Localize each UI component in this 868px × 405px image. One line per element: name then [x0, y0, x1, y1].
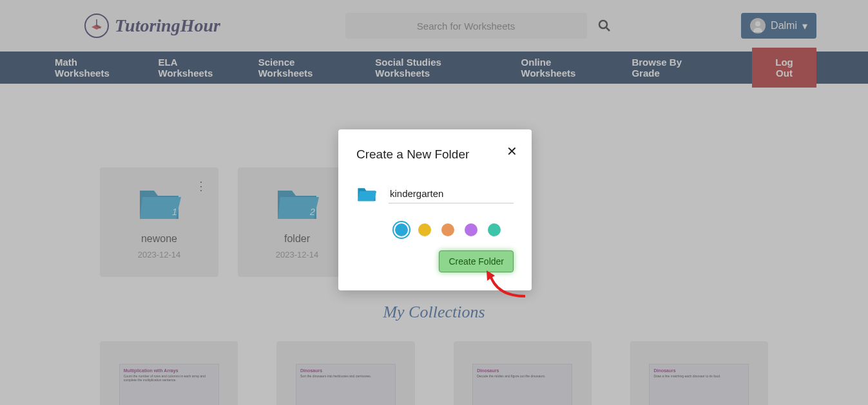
color-option-teal[interactable] [488, 223, 501, 236]
close-button[interactable]: ✕ [506, 144, 517, 159]
color-option-blue[interactable] [395, 223, 408, 236]
color-picker [356, 223, 514, 236]
color-option-orange[interactable] [441, 223, 454, 236]
close-icon: ✕ [506, 144, 517, 158]
modal-title: Create a New Folder [356, 147, 514, 162]
color-option-purple[interactable] [465, 223, 477, 236]
create-folder-button[interactable]: Create Folder [439, 250, 514, 272]
modal-input-row [356, 181, 514, 207]
folder-icon [356, 181, 377, 207]
create-folder-modal: Create a New Folder ✕ Create Folder [338, 129, 532, 290]
folder-name-input[interactable] [389, 184, 514, 203]
color-option-yellow[interactable] [418, 223, 431, 236]
